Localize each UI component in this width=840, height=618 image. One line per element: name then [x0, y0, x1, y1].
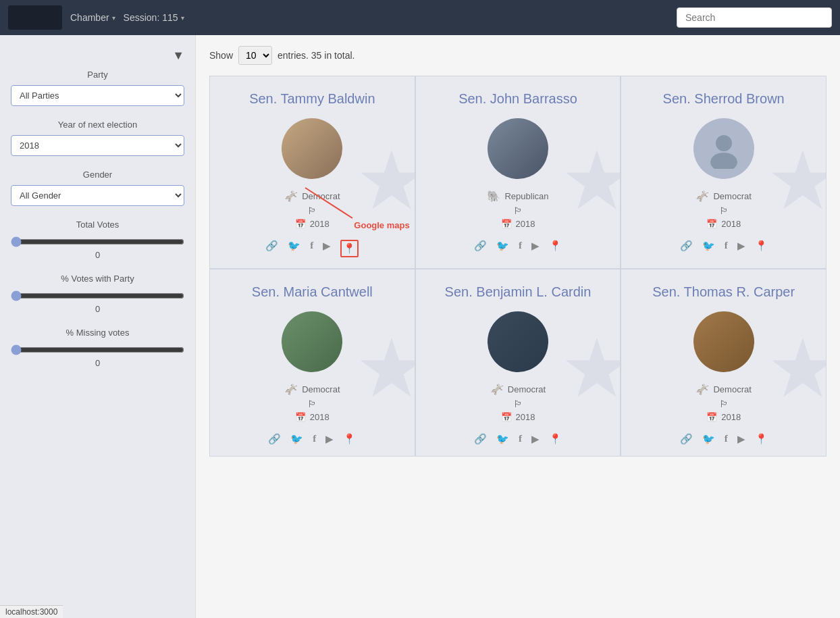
- link-icon[interactable]: 🔗: [680, 240, 693, 252]
- party-label: Democrat: [302, 384, 340, 394]
- youtube-icon[interactable]: ▶: [531, 433, 540, 445]
- senator-card: ★ Sen. Benjamin L. Cardin 🫏 Democrat 🏳 📅…: [415, 269, 621, 457]
- party-row: 🫏 Democrat: [490, 383, 546, 396]
- pct-votes-label: % Votes with Party: [11, 274, 184, 284]
- total-votes-slider[interactable]: [11, 236, 184, 247]
- party-section: Party All Parties: [11, 70, 184, 106]
- flag-row: 🏳: [307, 398, 317, 409]
- pct-missing-section: % Missing votes 0: [11, 328, 184, 368]
- chamber-chevron-icon: ▾: [112, 14, 115, 22]
- pct-missing-label: % Missing votes: [11, 328, 184, 338]
- tooltip-label: Google maps: [354, 220, 409, 230]
- calendar-icon: 📅: [295, 219, 306, 229]
- senator-name: Sen. John Barrasso: [458, 90, 577, 107]
- session-dropdown[interactable]: Session: 115 ▾: [124, 12, 184, 23]
- card-actions: 🔗 🐦 f ▶ 📍: [268, 433, 356, 445]
- google-maps-icon[interactable]: 📍: [340, 240, 359, 257]
- card-actions: 🔗 🐦 f ▶ 📍: [265, 240, 359, 257]
- twitter-icon[interactable]: 🐦: [290, 433, 303, 445]
- sidebar: ▼ Party All Parties Year of next electio…: [0, 35, 196, 618]
- pct-votes-slider[interactable]: [11, 290, 184, 301]
- entries-select[interactable]: 10 25 50: [238, 46, 272, 65]
- youtube-icon[interactable]: ▶: [737, 433, 745, 445]
- filter-header: ▼: [11, 49, 184, 63]
- show-label: Show: [209, 50, 233, 61]
- link-icon[interactable]: 🔗: [474, 240, 487, 252]
- senator-avatar: [282, 118, 342, 179]
- google-maps-icon[interactable]: 📍: [549, 433, 562, 445]
- pct-missing-value: 0: [11, 358, 184, 368]
- flag-row: 🏳: [513, 398, 523, 409]
- senator-avatar: [282, 311, 342, 372]
- pct-missing-slider[interactable]: [11, 344, 184, 355]
- facebook-icon[interactable]: f: [313, 433, 316, 445]
- year-row: 📅 2018: [501, 219, 535, 229]
- youtube-icon[interactable]: ▶: [531, 240, 540, 252]
- party-icon: 🫏: [695, 190, 709, 203]
- senator-avatar: [488, 118, 548, 179]
- gender-select[interactable]: All Gender: [11, 185, 184, 206]
- link-icon[interactable]: 🔗: [268, 433, 281, 445]
- twitter-icon[interactable]: 🐦: [702, 433, 715, 445]
- facebook-icon[interactable]: f: [519, 433, 522, 445]
- flag-icon: 🏳: [307, 398, 317, 409]
- calendar-icon: 📅: [706, 219, 717, 229]
- google-maps-icon[interactable]: 📍: [343, 433, 356, 445]
- facebook-icon[interactable]: f: [725, 240, 728, 252]
- pct-votes-value: 0: [11, 304, 184, 314]
- chamber-dropdown[interactable]: Chamber ▾: [70, 12, 115, 23]
- status-bar: localhost:3000: [0, 605, 63, 618]
- party-icon: 🐘: [487, 190, 500, 203]
- total-votes-label: Total Votes: [11, 220, 184, 230]
- election-year: 2018: [721, 412, 741, 422]
- party-row: 🫏 Democrat: [695, 383, 751, 396]
- senator-name: Sen. Maria Cantwell: [252, 283, 373, 301]
- flag-icon: 🏳: [719, 205, 729, 216]
- search-input[interactable]: [677, 7, 832, 28]
- card-actions: 🔗 🐦 f ▶ 📍: [474, 240, 562, 252]
- status-url: localhost:3000: [5, 607, 57, 617]
- senator-avatar: [488, 311, 548, 372]
- senator-name: Sen. Thomas R. Carper: [652, 283, 795, 301]
- flag-icon: 🏳: [513, 205, 523, 216]
- youtube-icon[interactable]: ▶: [737, 240, 745, 252]
- youtube-icon[interactable]: ▶: [323, 240, 331, 257]
- google-maps-tooltip: Google maps: [305, 188, 366, 230]
- app-header: Chamber ▾ Session: 115 ▾: [0, 0, 840, 35]
- link-icon[interactable]: 🔗: [474, 433, 487, 445]
- twitter-icon[interactable]: 🐦: [702, 240, 715, 252]
- filter-icon: ▼: [172, 49, 184, 63]
- card-actions: 🔗 🐦 f ▶ 📍: [680, 433, 768, 445]
- year-row: 📅 2018: [706, 219, 741, 229]
- flag-row: 🏳: [513, 205, 523, 216]
- card-watermark: ★: [766, 134, 826, 228]
- gender-label: Gender: [11, 170, 184, 180]
- facebook-icon[interactable]: f: [725, 433, 728, 445]
- twitter-icon[interactable]: 🐦: [496, 433, 509, 445]
- party-label: Democrat: [713, 191, 751, 201]
- facebook-icon[interactable]: f: [310, 240, 313, 257]
- twitter-icon[interactable]: 🐦: [496, 240, 509, 252]
- link-icon[interactable]: 🔗: [265, 240, 278, 257]
- party-icon: 🫏: [490, 383, 504, 396]
- senator-info: 🫏 Democrat 🏳 📅 2018: [490, 383, 546, 422]
- link-icon[interactable]: 🔗: [680, 433, 693, 445]
- google-maps-icon[interactable]: 📍: [755, 433, 768, 445]
- main-layout: ▼ Party All Parties Year of next electio…: [0, 35, 840, 618]
- calendar-icon: 📅: [501, 412, 512, 422]
- party-select[interactable]: All Parties: [11, 85, 184, 106]
- election-year: 2018: [310, 412, 330, 422]
- calendar-icon: 📅: [706, 412, 717, 422]
- senator-card: ★ Sen. Thomas R. Carper 🫏 Democrat 🏳 📅 2…: [621, 269, 826, 457]
- senator-info: 🫏 Democrat 🏳 📅 2018: [695, 383, 751, 422]
- facebook-icon[interactable]: f: [519, 240, 522, 252]
- logo: [8, 5, 62, 30]
- twitter-icon[interactable]: 🐦: [288, 240, 300, 257]
- google-maps-icon[interactable]: 📍: [755, 240, 768, 252]
- year-row: 📅 2018: [501, 412, 535, 422]
- year-select[interactable]: 2018 2020 2022: [11, 135, 184, 156]
- election-year: 2018: [516, 219, 535, 229]
- google-maps-icon[interactable]: 📍: [549, 240, 562, 252]
- card-watermark: ★: [766, 321, 826, 415]
- youtube-icon[interactable]: ▶: [325, 433, 334, 445]
